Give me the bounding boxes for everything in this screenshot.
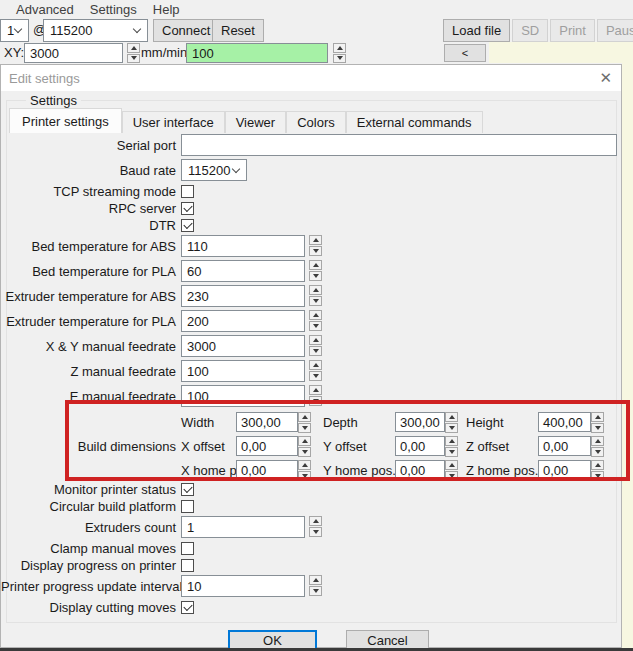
spin-up-icon[interactable] [127,43,140,53]
extruder-temperature-for-pla-spin-down-icon[interactable] [309,321,322,331]
menu-item-advanced[interactable]: Advanced [10,1,80,18]
triangle-down-icon [313,274,319,278]
z-manual-feedrate-input[interactable]: 100 [181,360,305,382]
extruder-temperature-for-abs-label: Extruder temperature for ABS [1,289,181,304]
e-manual-feedrate-spin-up-icon[interactable] [309,385,322,395]
tcp-streaming-mode-label: TCP streaming mode [1,184,181,199]
tab-viewer[interactable]: Viewer [225,111,287,133]
bed-temperature-for-pla-input[interactable]: 60 [181,260,305,282]
print-button: Print [550,19,595,42]
menu-item-help[interactable]: Help [147,1,186,18]
xy-feed-value: 3000 [30,46,59,61]
form-row-extruder-temperature-for-pla: Extruder temperature for PLA200 [1,310,623,332]
form-row-clamp-manual-moves: Clamp manual moves [1,541,623,555]
tab-external-commands[interactable]: External commands [346,111,483,133]
menu-item-settings[interactable]: Settings [84,1,143,18]
z-manual-feedrate-spin-down-icon[interactable] [309,371,322,381]
spin-down-icon[interactable] [127,54,140,64]
z-feed-input[interactable]: 100 [186,43,328,63]
tab-printer-settings[interactable]: Printer settings [9,108,122,133]
annotation-red-box [65,400,630,481]
log-area-sliver [622,62,633,648]
bed-temperature-for-abs-input[interactable]: 110 [181,235,305,257]
extruder-temperature-for-pla-value: 200 [187,314,209,329]
printer-settings-form: Serial portBaud rate115200TCP streaming … [1,134,623,617]
load-file-button[interactable]: Load file [443,19,510,42]
monitor-printer-status-checkbox[interactable] [181,483,194,496]
bed-temperature-for-pla-spin-down-icon[interactable] [309,271,322,281]
spin-down-icon[interactable] [333,54,346,64]
printer-progress-update-interval-input[interactable]: 10 [181,575,305,597]
triangle-up-icon [313,313,319,317]
triangle-down-icon [313,589,319,593]
baud-combo-value: 115200 [50,23,92,38]
triangle-down-icon [313,299,319,303]
rpc-server-checkbox[interactable] [181,202,194,215]
extruder-temperature-for-pla-input[interactable]: 200 [181,310,305,332]
printer-progress-update-interval-stepper [309,575,322,597]
spin-up-icon[interactable] [333,43,346,53]
extruders-count-input[interactable]: 1 [181,516,305,538]
x-y-manual-feedrate-input[interactable]: 3000 [181,335,305,357]
bed-temperature-for-abs-spin-up-icon[interactable] [309,235,322,245]
x-y-manual-feedrate-label: X & Y manual feedrate [1,339,181,354]
baud-rate-combo[interactable]: 115200 [181,159,247,181]
x-y-manual-feedrate-stepper [309,335,322,357]
tcp-streaming-mode-checkbox[interactable] [181,185,194,198]
dtr-checkbox[interactable] [181,219,194,232]
x-y-manual-feedrate-value: 3000 [187,339,216,354]
display-progress-on-printer-label: Display progress on printer [1,558,181,573]
form-row-monitor-printer-status: Monitor printer status [1,482,623,496]
extruders-count-spin-up-icon[interactable] [309,516,322,526]
circular-build-platform-checkbox[interactable] [181,500,194,513]
bed-temperature-for-pla-value: 60 [187,264,201,279]
extruder-temperature-for-abs-spin-down-icon[interactable] [309,296,322,306]
baud-rate-label: Baud rate [1,163,181,178]
bed-temperature-for-pla-stepper [309,260,322,282]
x-y-manual-feedrate-spin-up-icon[interactable] [309,335,322,345]
port-combo[interactable]: 1 [0,19,29,42]
extruder-temperature-for-abs-input[interactable]: 230 [181,285,305,307]
printer-progress-update-interval-spin-down-icon[interactable] [309,586,322,596]
collapse-button[interactable]: < [444,44,486,62]
printer-progress-update-interval-spin-up-icon[interactable] [309,575,322,585]
extruder-temperature-for-abs-spin-up-icon[interactable] [309,285,322,295]
serial-port-input[interactable] [181,134,617,156]
tab-user-interface[interactable]: User interface [122,111,225,133]
clamp-manual-moves-checkbox[interactable] [181,542,194,555]
display-progress-on-printer-checkbox[interactable] [181,559,194,572]
tab-colors[interactable]: Colors [286,111,346,133]
z-feed-value: 100 [192,46,214,61]
xy-feed-input[interactable]: 3000 [24,43,123,63]
triangle-down-icon [313,374,319,378]
extruders-count-spin-down-icon[interactable] [309,527,322,537]
z-manual-feedrate-label: Z manual feedrate [1,364,181,379]
triangle-down-icon [313,530,319,534]
reset-button[interactable]: Reset [212,19,264,42]
z-manual-feedrate-spin-up-icon[interactable] [309,360,322,370]
connect-button[interactable]: Connect [153,19,219,42]
clamp-manual-moves-label: Clamp manual moves [1,541,181,556]
xy-feed-label: XY: [4,45,24,60]
triangle-up-icon [313,263,319,267]
triangle-down-icon [313,349,319,353]
form-row-z-manual-feedrate: Z manual feedrate100 [1,360,623,382]
circular-build-platform-label: Circular build platform [1,499,181,514]
close-icon[interactable]: ✕ [599,69,612,87]
rpc-server-label: RPC server [1,201,181,216]
bed-temperature-for-abs-spin-down-icon[interactable] [309,246,322,256]
form-row-bed-temperature-for-abs: Bed temperature for ABS110 [1,235,623,257]
extruder-temperature-for-pla-spin-up-icon[interactable] [309,310,322,320]
form-row-printer-progress-update-interval: Printer progress update interval10 [1,575,623,597]
chevron-down-icon [232,164,240,172]
chevron-down-icon [14,25,22,33]
monitor-printer-status-label: Monitor printer status [1,482,181,497]
bed-temperature-for-pla-spin-up-icon[interactable] [309,260,322,270]
bed-temperature-for-abs-stepper [309,235,322,257]
triangle-down-icon [313,324,319,328]
baud-rate-value: 115200 [188,163,230,178]
display-cutting-moves-checkbox[interactable] [181,601,194,614]
x-y-manual-feedrate-spin-down-icon[interactable] [309,346,322,356]
baud-combo[interactable]: 115200 [43,19,148,42]
dialog-title: Edit settings [1,65,621,91]
